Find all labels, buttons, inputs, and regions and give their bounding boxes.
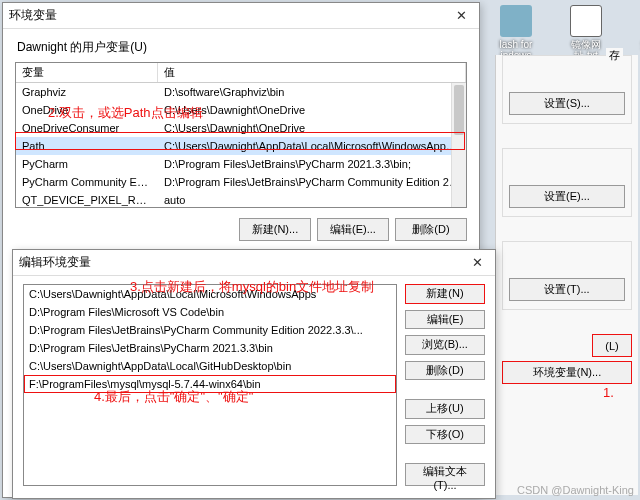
user-vars-label: Dawnight 的用户变量(U) (3, 29, 479, 62)
edit-text-button[interactable]: 编辑文本(T)... (405, 463, 485, 486)
list-item[interactable]: C:\Users\Dawnight\AppData\Local\GitHubDe… (24, 357, 396, 375)
table-row[interactable]: OneDriveC:\Users\Dawnight\OneDrive (16, 101, 466, 119)
browse-button[interactable]: 浏览(B)... (405, 335, 485, 355)
table-row-path[interactable]: PathC:\Users\Dawnight\AppData\Local\Micr… (16, 137, 466, 155)
col-variable: 变量 (16, 63, 158, 82)
scrollbar[interactable] (451, 83, 466, 207)
move-down-button[interactable]: 下移(O) (405, 425, 485, 445)
desktop-icon[interactable]: lash for indows (495, 5, 537, 61)
env-vars-button[interactable]: 环境变量(N)... (502, 361, 632, 384)
list-item[interactable]: C:\Users\Dawnight\AppData\Local\Microsof… (24, 285, 396, 303)
list-item[interactable]: D:\Program Files\JetBrains\PyCharm 2021.… (24, 339, 396, 357)
delete-button[interactable]: 删除(D) (405, 361, 485, 381)
list-item[interactable]: D:\Program Files\Microsoft VS Code\bin (24, 303, 396, 321)
table-row[interactable]: GraphvizD:\software\Graphviz\bin (16, 83, 466, 101)
edit-button[interactable]: 编辑(E)... (317, 218, 389, 241)
desktop-icon[interactable]: 镜像网址.txt (565, 5, 607, 61)
group-legend: 存 (606, 48, 623, 63)
window-title: 编辑环境变量 (19, 254, 465, 271)
close-icon[interactable]: ✕ (449, 6, 473, 26)
new-button[interactable]: 新建(N) (405, 284, 485, 304)
edit-button[interactable]: 编辑(E) (405, 310, 485, 330)
table-row[interactable]: QT_DEVICE_PIXEL_RATIOauto (16, 191, 466, 207)
list-item[interactable]: D:\Program Files\JetBrains\PyCharm Commu… (24, 321, 396, 339)
watermark: CSDN @Dawnight-King (517, 484, 634, 496)
table-row[interactable]: OneDriveConsumerC:\Users\Dawnight\OneDri… (16, 119, 466, 137)
path-list[interactable]: C:\Users\Dawnight\AppData\Local\Microsof… (23, 284, 397, 486)
table-row[interactable]: PyCharm Community EditionD:\Program File… (16, 173, 466, 191)
titlebar[interactable]: 环境变量 ✕ (3, 3, 479, 29)
list-item-mysql[interactable]: F:\ProgramFiles\mysql\mysql-5.7.44-winx6… (24, 375, 396, 393)
edit-env-var-window: 编辑环境变量 ✕ C:\Users\Dawnight\AppData\Local… (12, 249, 496, 499)
list-header: 变量 值 (16, 63, 466, 83)
desktop-icon[interactable]: 知云文 (635, 5, 640, 61)
table-row[interactable]: PyCharmD:\Program Files\JetBrains\PyChar… (16, 155, 466, 173)
window-title: 环境变量 (9, 7, 449, 24)
col-value: 值 (158, 63, 466, 82)
user-vars-list[interactable]: 变量 值 GraphvizD:\software\Graphviz\bin On… (15, 62, 467, 208)
l-button[interactable]: (L) (592, 334, 632, 357)
new-button[interactable]: 新建(N)... (239, 218, 311, 241)
settings-e-button[interactable]: 设置(E)... (509, 185, 625, 208)
settings-s-button[interactable]: 设置(S)... (509, 92, 625, 115)
titlebar[interactable]: 编辑环境变量 ✕ (13, 250, 495, 276)
delete-button[interactable]: 删除(D) (395, 218, 467, 241)
close-icon[interactable]: ✕ (465, 253, 489, 273)
settings-t-button[interactable]: 设置(T)... (509, 278, 625, 301)
system-properties-panel: 存 设置(S)... 设置(E)... 设置(T)... (L) 环境变量(N)… (495, 55, 638, 495)
move-up-button[interactable]: 上移(U) (405, 399, 485, 419)
